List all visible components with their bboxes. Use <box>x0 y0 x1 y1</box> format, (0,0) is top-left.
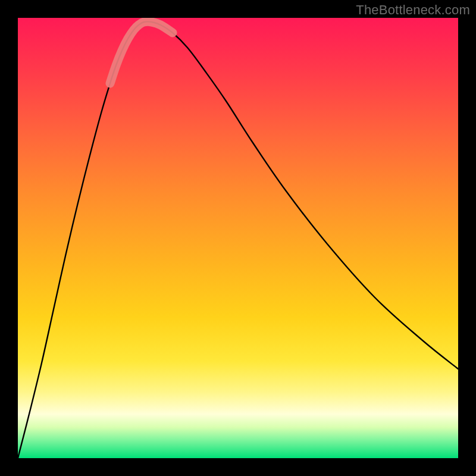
chart-frame: TheBottleneck.com <box>0 0 476 476</box>
bottleneck-curve <box>18 21 458 458</box>
watermark-text: TheBottleneck.com <box>356 2 470 18</box>
highlight-band <box>110 21 173 83</box>
curve-svg <box>18 18 458 458</box>
plot-area <box>18 18 458 458</box>
